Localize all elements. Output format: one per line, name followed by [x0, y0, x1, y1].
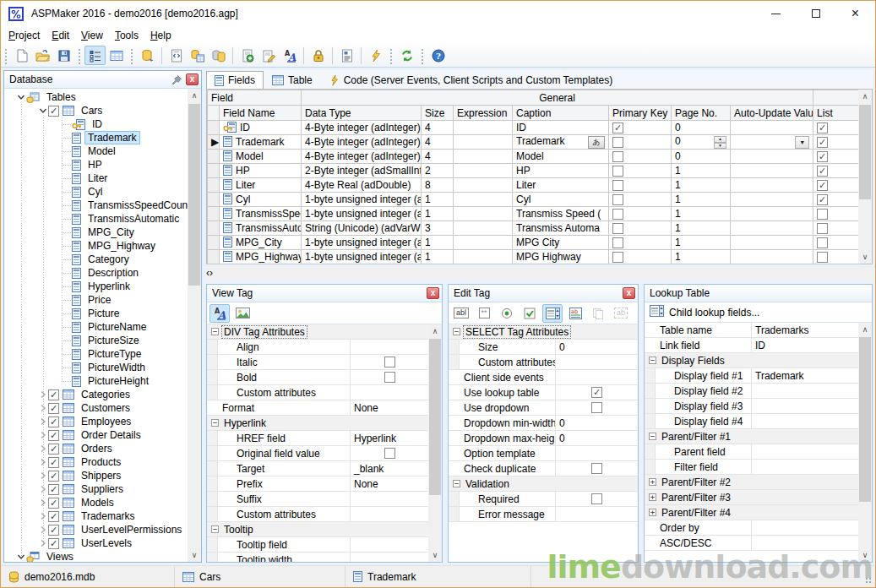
cell-page-no[interactable]: 0 [672, 150, 731, 164]
tree-node-label[interactable]: Liter [84, 172, 111, 185]
tree-node-label[interactable]: TransmissSpeedCount [84, 199, 188, 212]
tree-node-suppliers[interactable]: ✓Suppliers [4, 482, 188, 496]
cell-page-no[interactable]: 0 [672, 121, 731, 135]
chevron-right-icon[interactable] [37, 512, 48, 520]
cell-field-name[interactable]: TransmissAutom [220, 221, 302, 236]
checkbox[interactable] [817, 209, 828, 220]
cell-list[interactable]: ✓ [813, 178, 861, 193]
cell-caption[interactable]: Model [513, 150, 609, 164]
property-value[interactable] [351, 507, 428, 521]
tree-node-mpg-highway[interactable]: MPG_Highway [4, 239, 188, 253]
cell-field-name[interactable]: Trademark [220, 135, 302, 150]
page-spinner[interactable]: ▲▼ [714, 136, 726, 149]
cell-caption[interactable]: ID [513, 121, 609, 135]
tab-table[interactable]: Table [264, 71, 321, 89]
checkbox[interactable] [591, 493, 602, 504]
tree-node-label[interactable]: Models [78, 496, 117, 509]
checkbox[interactable] [384, 448, 395, 459]
cell-caption[interactable]: MPG Highway [513, 250, 609, 264]
cell-data-type[interactable]: 4-Byte integer (adInteger) [302, 135, 422, 150]
tree-node-label[interactable]: Products [78, 455, 124, 469]
lookup-table-scrollbar[interactable]: ∧∨ [858, 323, 872, 562]
cell-size[interactable]: 1 [422, 207, 454, 221]
cell-size[interactable]: 2 [422, 164, 454, 178]
property-value[interactable] [351, 446, 428, 460]
menu-tools[interactable]: Tools [109, 28, 144, 43]
child-lookup-fields-button[interactable]: Child lookup fields... [645, 302, 872, 323]
tree-node-label[interactable]: Suppliers [78, 482, 127, 496]
cell-list[interactable] [813, 207, 861, 221]
scroll-arrow-icon[interactable]: ∨ [858, 250, 872, 264]
scroll-arrow-icon[interactable]: ∨ [188, 548, 201, 562]
tree-node-label[interactable]: TransmissAutomatic [84, 212, 182, 226]
tree-node-label[interactable]: Trademark [84, 131, 140, 144]
cell-size[interactable]: 1 [422, 236, 454, 250]
chevron-right-icon[interactable] [37, 417, 48, 426]
collapse-icon[interactable]: − [211, 328, 219, 335]
cell-auto-update-value[interactable] [731, 250, 813, 264]
chevron-right-icon[interactable] [37, 498, 48, 507]
cell-size[interactable]: 3 [422, 221, 454, 236]
maximize-button[interactable] [796, 1, 835, 26]
scroll-arrow-icon[interactable]: ∨ [858, 548, 872, 562]
menu-view[interactable]: View [75, 28, 109, 43]
help-button[interactable]: ? [427, 46, 449, 65]
checkbox[interactable] [612, 223, 623, 234]
edit-tag-close-button[interactable]: x [623, 287, 635, 299]
tree-node-price[interactable]: Price [4, 293, 188, 307]
cell-list[interactable]: ✓ [813, 193, 861, 207]
tree-node-label[interactable]: Picture [84, 307, 122, 320]
collapse-icon[interactable]: − [211, 525, 219, 533]
open-project-button[interactable] [32, 46, 53, 65]
cell-primary-key[interactable] [609, 207, 672, 221]
select-button[interactable] [542, 304, 563, 323]
row-marker[interactable] [208, 150, 220, 164]
cell-expression[interactable] [454, 135, 513, 150]
cell-data-type[interactable]: 1-byte unsigned integer (adUnsi [302, 207, 422, 221]
tree-node-picturetype[interactable]: PictureType [4, 347, 188, 361]
tree-node-label[interactable]: Price [84, 293, 114, 307]
tree-node-id[interactable]: ID [4, 117, 188, 131]
grid-vscrollbar[interactable]: ∧∨ [858, 90, 872, 264]
scroll-thumb[interactable] [429, 339, 441, 495]
tree-node-label[interactable]: PictureName [84, 320, 150, 334]
tree-node-label[interactable]: PictureHeight [84, 374, 152, 388]
cell-auto-update-value[interactable] [731, 193, 813, 207]
checkbox[interactable]: ✓ [817, 194, 828, 205]
checkbox-button[interactable] [520, 304, 540, 323]
chevron-down-icon[interactable] [37, 106, 48, 115]
chevron-down-icon[interactable] [15, 93, 26, 101]
row-marker[interactable] [208, 250, 220, 264]
tree-checkbox[interactable]: ✓ [48, 430, 59, 441]
cell-data-type[interactable]: String (Unicode) (adVarWChar) [302, 221, 422, 236]
tree-node-description[interactable]: Description [4, 266, 188, 280]
pin-icon[interactable] [171, 74, 183, 85]
chevron-right-icon[interactable] [37, 485, 48, 493]
tree-checkbox[interactable]: ✓ [48, 403, 59, 414]
cell-primary-key[interactable] [609, 236, 672, 250]
checkbox[interactable] [384, 357, 395, 368]
cell-field-name[interactable]: MPG_Highway [220, 250, 302, 264]
cell-field-name[interactable]: HP [220, 164, 302, 178]
checkbox[interactable] [612, 209, 623, 220]
checkbox[interactable] [591, 463, 602, 474]
row-marker[interactable] [208, 178, 220, 193]
cell-field-name[interactable]: MPG_City [220, 236, 302, 250]
collapse-icon[interactable]: − [453, 480, 460, 487]
cell-primary-key[interactable] [609, 164, 672, 178]
tree-checkbox[interactable]: ✓ [48, 525, 59, 536]
row-marker[interactable] [208, 121, 220, 135]
font-button[interactable]: AA [279, 46, 300, 65]
cell-data-type[interactable]: 4-Byte integer (adInteger) [302, 150, 422, 164]
checkbox[interactable] [817, 252, 828, 263]
property-value[interactable] [351, 553, 428, 562]
cell-size[interactable]: 1 [422, 250, 454, 264]
tree-node-categories[interactable]: ✓Categories [4, 388, 188, 401]
tree-node-transmissautomatic[interactable]: TransmissAutomatic [4, 212, 188, 226]
database-panel-close-button[interactable]: x [186, 74, 199, 85]
field-setup-button[interactable] [84, 46, 106, 65]
cell-expression[interactable] [454, 236, 513, 250]
checkbox[interactable] [612, 137, 623, 148]
tree-node-label[interactable]: Model [84, 144, 119, 158]
cell-caption[interactable]: Cyl [513, 193, 609, 207]
